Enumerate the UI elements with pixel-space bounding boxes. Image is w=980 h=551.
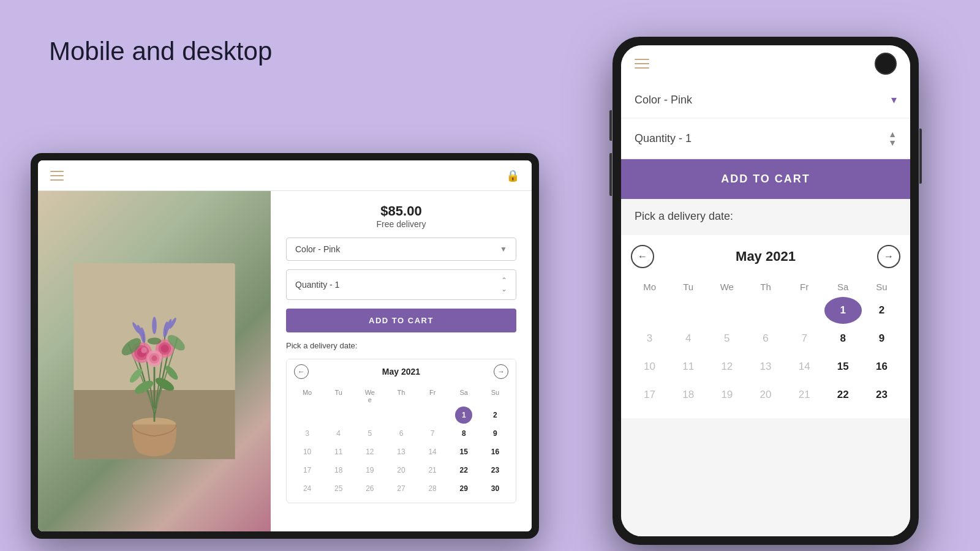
cal-day-28[interactable]: 28: [424, 480, 441, 497]
phone-cal-day-17[interactable]: 17: [631, 381, 668, 408]
cal-day-empty: [424, 407, 441, 424]
phone-calendar-month: May 2021: [736, 249, 796, 264]
phone-add-to-cart-button[interactable]: ADD TO CART: [621, 159, 910, 199]
phone-quantity-section: Quantity - 1 ▲▼: [621, 119, 910, 158]
phone-day-header-su: Su: [863, 278, 900, 296]
phone-cal-day-21[interactable]: 21: [786, 381, 823, 408]
phone-calendar-next-button[interactable]: →: [877, 245, 900, 268]
cal-day-27[interactable]: 27: [393, 480, 410, 497]
phone-cal-day-11[interactable]: 11: [669, 353, 707, 380]
quantity-select[interactable]: Quantity - 1 ⌃⌄: [286, 269, 516, 300]
lock-icon: 🔒: [506, 169, 519, 182]
cal-day-26[interactable]: 26: [361, 480, 379, 497]
phone-cal-day-14[interactable]: 14: [786, 353, 823, 380]
phone-color-select[interactable]: Color - Pink ▾: [635, 93, 897, 107]
quantity-arrow-icon: ⌃⌄: [501, 276, 507, 293]
phone-color-label: Color - Pink: [635, 94, 692, 107]
cal-day-3[interactable]: 3: [299, 425, 316, 442]
cal-day-14[interactable]: 14: [424, 443, 441, 460]
phone-cal-day-1[interactable]: 1: [824, 297, 862, 324]
color-select[interactable]: Color - Pink ▼: [286, 238, 516, 261]
cal-day-7[interactable]: 7: [424, 425, 441, 442]
phone-button-right: [919, 129, 922, 184]
cal-day-18[interactable]: 18: [330, 462, 347, 479]
cal-day-16[interactable]: 16: [486, 443, 503, 460]
phone-day-header-mo: Mo: [631, 278, 668, 296]
tablet-top-bar: 🔒: [38, 160, 532, 191]
phone-cal-day-2[interactable]: 2: [863, 297, 900, 324]
cal-day-15[interactable]: 15: [455, 443, 472, 460]
svg-point-30: [151, 356, 157, 361]
cal-day-empty: [330, 407, 347, 424]
phone-cal-day-22[interactable]: 22: [824, 381, 862, 408]
phone-cal-day-5[interactable]: 5: [708, 325, 745, 352]
calendar-widget: ← May 2021 → Mo Tu Wee Th Fr Sa Su: [286, 359, 516, 503]
phone-quantity-stepper[interactable]: Quantity - 1 ▲▼: [635, 130, 897, 147]
price-section: $85.00 Free delivery: [286, 203, 516, 229]
cal-day-6[interactable]: 6: [393, 425, 410, 442]
phone-cal-empty: [669, 297, 707, 324]
cal-day-22[interactable]: 22: [455, 462, 472, 479]
cal-day-4[interactable]: 4: [330, 425, 347, 442]
cal-day-20[interactable]: 20: [393, 462, 410, 479]
phone-cal-day-3[interactable]: 3: [631, 325, 668, 352]
cal-day-23[interactable]: 23: [486, 462, 503, 479]
cal-day-11[interactable]: 11: [330, 443, 347, 460]
page-title: Mobile and desktop: [49, 37, 272, 66]
phone-cal-day-8[interactable]: 8: [824, 325, 862, 352]
phone-button-left1: [609, 110, 612, 141]
stepper-arrows-icon[interactable]: ▲▼: [888, 130, 897, 147]
phone-cal-day-19[interactable]: 19: [708, 381, 745, 408]
phone-cal-day-4[interactable]: 4: [669, 325, 707, 352]
cal-day-5[interactable]: 5: [361, 425, 379, 442]
cal-day-empty: [361, 407, 379, 424]
day-header-th: Th: [385, 386, 417, 406]
phone-color-arrow-icon: ▾: [891, 93, 897, 107]
cal-day-2[interactable]: 2: [486, 407, 503, 424]
tablet-screen: 🔒: [38, 160, 532, 531]
price-value: $85.00: [286, 203, 516, 219]
phone-cal-day-7[interactable]: 7: [786, 325, 823, 352]
phone-cal-day-10[interactable]: 10: [631, 353, 668, 380]
cal-day-30[interactable]: 30: [486, 480, 503, 497]
cal-day-17[interactable]: 17: [299, 462, 316, 479]
phone-cal-day-16[interactable]: 16: [863, 353, 900, 380]
phone-calendar-prev-button[interactable]: ←: [631, 245, 654, 268]
cal-day-29[interactable]: 29: [455, 480, 472, 497]
cal-day-21[interactable]: 21: [424, 462, 441, 479]
svg-point-20: [152, 317, 157, 334]
cal-day-8[interactable]: 8: [455, 425, 472, 442]
phone-cal-day-15[interactable]: 15: [824, 353, 862, 380]
phone-hamburger-icon[interactable]: [635, 59, 649, 69]
phone-cal-day-9[interactable]: 9: [863, 325, 900, 352]
phone-color-section: Color - Pink ▾: [621, 82, 910, 118]
cal-day-13[interactable]: 13: [393, 443, 410, 460]
tablet-content: $85.00 Free delivery Color - Pink ▼ Quan…: [38, 191, 532, 531]
cal-day-1[interactable]: 1: [455, 407, 472, 424]
add-to-cart-button[interactable]: ADD TO CART: [286, 309, 516, 332]
hamburger-icon[interactable]: [50, 171, 64, 181]
day-header-su: Su: [480, 386, 511, 406]
phone-device: Color - Pink ▾ Quantity - 1 ▲▼ ADD TO CA…: [612, 37, 919, 545]
phone-delivery-section: Pick a delivery date:: [621, 199, 910, 234]
cal-day-10[interactable]: 10: [299, 443, 316, 460]
cal-day-empty: [299, 407, 316, 424]
cal-day-19[interactable]: 19: [361, 462, 379, 479]
cal-day-25[interactable]: 25: [330, 480, 347, 497]
phone-cal-day-13[interactable]: 13: [747, 353, 784, 380]
calendar-next-button[interactable]: →: [494, 364, 508, 379]
phone-cal-day-18[interactable]: 18: [669, 381, 707, 408]
phone-cal-day-6[interactable]: 6: [747, 325, 784, 352]
phone-content: Color - Pink ▾ Quantity - 1 ▲▼ ADD TO CA…: [621, 82, 910, 536]
phone-calendar: ← May 2021 → Mo Tu We Th Fr Sa Su: [621, 235, 910, 418]
phone-cal-day-23[interactable]: 23: [863, 381, 900, 408]
cal-day-24[interactable]: 24: [299, 480, 316, 497]
phone-day-header-fr: Fr: [786, 278, 823, 296]
cal-day-12[interactable]: 12: [361, 443, 379, 460]
cal-day-9[interactable]: 9: [486, 425, 503, 442]
phone-cal-day-20[interactable]: 20: [747, 381, 784, 408]
phone-cal-day-12[interactable]: 12: [708, 353, 745, 380]
calendar-prev-button[interactable]: ←: [294, 364, 309, 379]
day-header-we: Wee: [354, 386, 385, 406]
calendar-header: ← May 2021 →: [287, 359, 516, 384]
